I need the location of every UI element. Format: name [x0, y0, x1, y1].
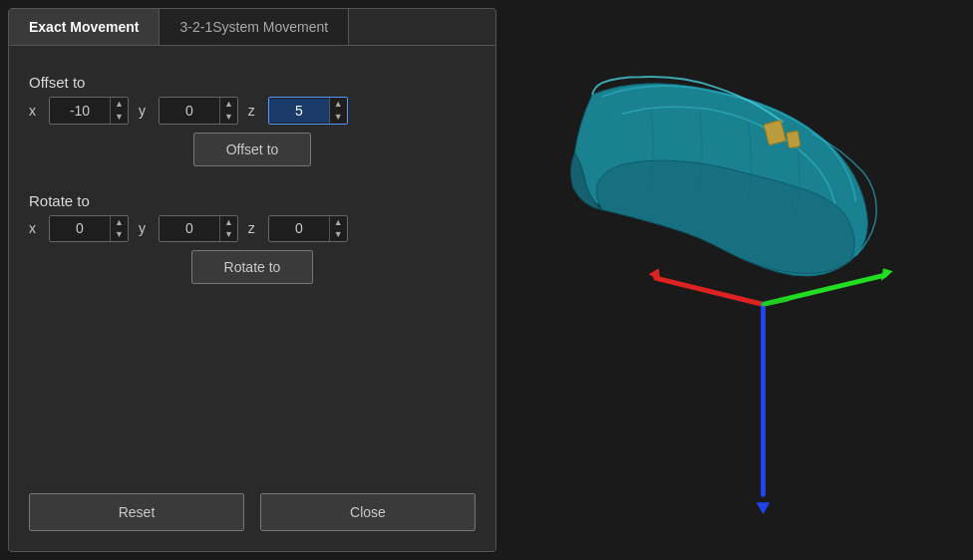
offset-x-spinner[interactable]: ▲ ▼ [49, 97, 129, 125]
rotate-x-up[interactable]: ▲ [111, 216, 128, 229]
rotate-x-spinner[interactable]: ▲ ▼ [49, 215, 129, 243]
rotate-btn-row: Rotate to [29, 250, 476, 284]
rotate-z-down[interactable]: ▼ [330, 228, 347, 241]
tab-321-movement[interactable]: 3-2-1System Movement [160, 9, 349, 45]
rotate-x-input[interactable] [50, 216, 110, 240]
rotate-x-down[interactable]: ▼ [111, 228, 128, 241]
offset-y-spinner[interactable]: ▲ ▼ [159, 97, 238, 125]
3d-scene [504, 0, 973, 560]
offset-input-row: x ▲ ▼ y ▲ ▼ z [29, 97, 476, 125]
offset-x-down[interactable]: ▼ [111, 111, 128, 124]
offset-btn-row: Offset to [29, 133, 476, 166]
rotate-section: Rotate to x ▲ ▼ y ▲ ▼ [29, 184, 476, 293]
tab-bar: Exact Movement 3-2-1System Movement [9, 9, 495, 46]
panel-body: Offset to x ▲ ▼ y ▲ ▼ [9, 46, 495, 551]
rotate-input-row: x ▲ ▼ y ▲ ▼ z [29, 215, 476, 243]
offset-x-spinbtns: ▲ ▼ [110, 98, 128, 124]
rotate-z-spinner[interactable]: ▲ ▼ [268, 215, 348, 243]
bottom-buttons: Reset Close [29, 483, 476, 531]
offset-y-input[interactable] [160, 99, 219, 123]
offset-z-spinner[interactable]: ▲ ▼ [268, 97, 348, 125]
offset-y-down[interactable]: ▼ [220, 111, 237, 124]
offset-y-up[interactable]: ▲ [220, 98, 237, 111]
tab-exact-movement[interactable]: Exact Movement [9, 9, 160, 45]
rotate-y-spinbtns: ▲ ▼ [219, 216, 237, 242]
3d-viewport[interactable] [504, 0, 973, 560]
offset-y-spinbtns: ▲ ▼ [219, 98, 237, 124]
offset-section: Offset to x ▲ ▼ y ▲ ▼ [29, 66, 476, 174]
offset-x-up[interactable]: ▲ [111, 98, 128, 111]
offset-section-label: Offset to [29, 74, 476, 91]
rotate-to-button[interactable]: Rotate to [191, 250, 314, 284]
rotate-y-input[interactable] [160, 216, 219, 240]
offset-z-up[interactable]: ▲ [330, 98, 347, 111]
rotate-section-label: Rotate to [29, 192, 476, 209]
rotate-z-spinbtns: ▲ ▼ [329, 216, 347, 242]
rotate-y-down[interactable]: ▼ [220, 228, 237, 241]
close-button[interactable]: Close [260, 493, 476, 531]
rotate-z-label: z [248, 220, 258, 236]
offset-z-label: z [248, 103, 258, 119]
offset-x-label: x [29, 103, 39, 119]
rotate-y-spinner[interactable]: ▲ ▼ [159, 215, 238, 243]
rotate-y-label: y [139, 220, 149, 236]
offset-y-label: y [139, 103, 149, 119]
rotate-x-spinbtns: ▲ ▼ [110, 216, 128, 242]
offset-z-input[interactable] [269, 99, 329, 123]
rotate-z-input[interactable] [269, 216, 329, 240]
rotate-y-up[interactable]: ▲ [220, 216, 237, 229]
offset-x-input[interactable] [50, 99, 110, 123]
offset-to-button[interactable]: Offset to [193, 133, 312, 166]
offset-z-spinbtns: ▲ ▼ [329, 98, 347, 124]
rotate-x-label: x [29, 220, 39, 236]
reset-button[interactable]: Reset [29, 493, 244, 531]
rotate-z-up[interactable]: ▲ [330, 216, 347, 229]
svg-rect-2 [787, 131, 801, 147]
offset-z-down[interactable]: ▼ [330, 111, 347, 124]
left-panel: Exact Movement 3-2-1System Movement Offs… [8, 8, 496, 552]
